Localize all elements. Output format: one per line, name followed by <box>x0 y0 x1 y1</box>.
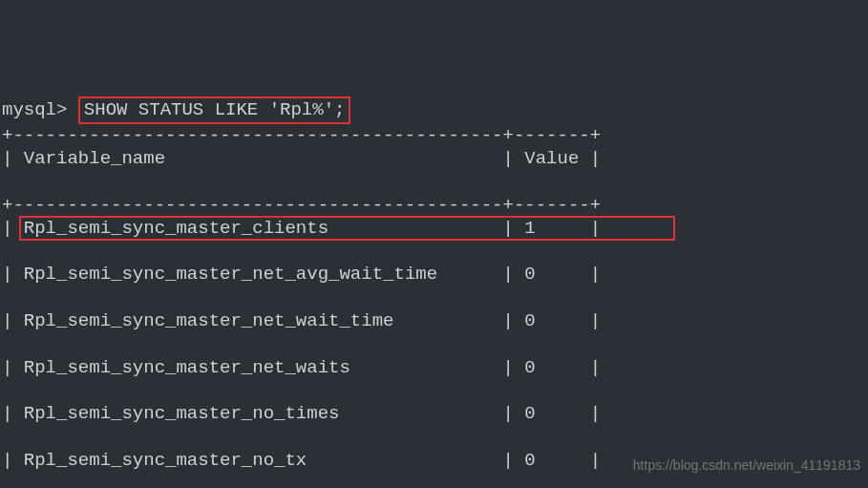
header-variable: Variable_name <box>24 148 165 169</box>
table-row: | Rpl_semi_sync_master_no_times | 0 | <box>2 402 866 425</box>
table-row: | Rpl_semi_sync_master_net_avg_wait_time… <box>2 263 866 286</box>
row-value: 0 <box>524 264 579 285</box>
row-variable: Rpl_semi_sync_master_net_waits <box>24 357 503 378</box>
table-row: | Rpl_semi_sync_master_clients | 1 | <box>2 217 866 240</box>
mysql-prompt: mysql> SHOW STATUS LIKE 'Rpl%'; <box>2 99 350 120</box>
sql-command[interactable]: SHOW STATUS LIKE 'Rpl%'; <box>84 99 346 120</box>
row-value: 0 <box>524 310 579 331</box>
row-variable: Rpl_semi_sync_master_net_wait_time <box>24 310 503 331</box>
row-variable: Rpl_semi_sync_master_no_tx <box>24 450 503 471</box>
table-divider-top: +---------------------------------------… <box>2 125 601 146</box>
table-divider-mid: +---------------------------------------… <box>2 195 601 216</box>
row-value: 1 <box>524 218 579 239</box>
watermark: https://blog.csdn.net/weixin_41191813 <box>633 457 860 475</box>
table-row: | Rpl_semi_sync_master_net_wait_time | 0… <box>2 309 866 332</box>
sql-command-box: SHOW STATUS LIKE 'Rpl%'; <box>78 96 351 123</box>
table-body: | Rpl_semi_sync_master_clients | 1 | | R… <box>2 217 866 488</box>
row-variable: Rpl_semi_sync_master_net_avg_wait_time <box>24 264 503 285</box>
row-value: 0 <box>524 450 579 471</box>
table-header-row: | Variable_name | Value | <box>2 147 866 170</box>
row-value: 0 <box>524 357 579 378</box>
header-value: Value <box>524 148 579 169</box>
row-variable: Rpl_semi_sync_master_clients <box>24 218 503 239</box>
row-variable: Rpl_semi_sync_master_no_times <box>24 403 503 424</box>
table-row: | Rpl_semi_sync_master_net_waits | 0 | <box>2 356 866 379</box>
row-value: 0 <box>524 403 579 424</box>
